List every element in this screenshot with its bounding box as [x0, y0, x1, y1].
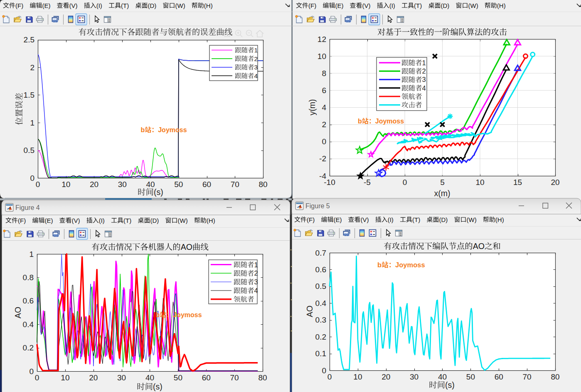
svg-text:Figure 5: Figure 5: [305, 202, 330, 210]
svg-text:40: 40: [438, 372, 447, 381]
svg-text:12: 12: [318, 35, 326, 44]
svg-text:6: 6: [322, 86, 326, 95]
svg-text:0: 0: [327, 372, 332, 381]
svg-text:2: 2: [422, 67, 426, 75]
svg-text:1: 1: [30, 118, 34, 127]
svg-text:b: b: [358, 118, 362, 125]
svg-text:70: 70: [231, 180, 239, 189]
svg-text:20: 20: [551, 178, 559, 187]
svg-text:4: 4: [254, 287, 258, 294]
svg-text:60: 60: [202, 373, 211, 382]
svg-text:0.5: 0.5: [315, 282, 326, 291]
svg-text:4: 4: [422, 84, 426, 92]
svg-text:0: 0: [29, 367, 34, 376]
svg-text:1: 1: [254, 261, 258, 269]
svg-text:50: 50: [466, 372, 475, 381]
svg-text:AO: AO: [473, 242, 485, 251]
svg-text:20: 20: [89, 373, 98, 382]
svg-text:AO: AO: [305, 306, 314, 317]
svg-text:70: 70: [230, 373, 239, 382]
svg-text:0.4: 0.4: [315, 299, 327, 308]
svg-text:3: 3: [254, 64, 258, 71]
svg-text:b: b: [140, 126, 145, 133]
svg-text:0: 0: [30, 174, 34, 182]
svg-text:y(m): y(m): [308, 99, 317, 116]
svg-text:Figure 4: Figure 4: [15, 204, 40, 211]
svg-text:10: 10: [62, 180, 70, 189]
svg-text:x(m): x(m): [434, 189, 451, 198]
svg-text:b: b: [155, 311, 160, 318]
svg-text:10: 10: [318, 52, 326, 61]
svg-text:50: 50: [174, 180, 183, 189]
svg-text:80: 80: [551, 372, 559, 381]
svg-text:1: 1: [29, 250, 34, 259]
svg-text:4: 4: [322, 103, 326, 112]
svg-text:80: 80: [258, 373, 267, 382]
svg-text:AO: AO: [13, 307, 22, 318]
svg-text:10: 10: [61, 373, 69, 382]
svg-text:0.1: 0.1: [315, 349, 326, 358]
svg-text:15: 15: [513, 178, 522, 187]
svg-text:-4: -4: [319, 172, 326, 180]
svg-text:-2: -2: [319, 154, 326, 163]
svg-text:Joymoss: Joymoss: [395, 261, 425, 269]
svg-text:4: 4: [254, 72, 258, 79]
svg-text:60: 60: [202, 180, 211, 189]
svg-text:2: 2: [30, 63, 34, 72]
svg-text:30: 30: [410, 372, 419, 381]
svg-text:0.6: 0.6: [315, 265, 326, 274]
svg-text:3: 3: [422, 76, 426, 83]
svg-text:0.5: 0.5: [24, 146, 34, 155]
svg-text:AO: AO: [181, 242, 192, 251]
svg-text:0.3: 0.3: [315, 316, 326, 324]
svg-text:1: 1: [422, 59, 426, 67]
svg-text:20: 20: [90, 180, 98, 189]
svg-text:8: 8: [322, 69, 326, 78]
svg-text:3: 3: [254, 278, 258, 286]
svg-text:30: 30: [118, 180, 127, 189]
svg-text:60: 60: [495, 372, 503, 381]
svg-text:-5: -5: [364, 178, 371, 187]
svg-text:Joymoss: Joymoss: [158, 126, 187, 133]
svg-text:0.8: 0.8: [23, 273, 34, 282]
svg-text:2.5: 2.5: [24, 35, 34, 44]
svg-text:10: 10: [475, 178, 484, 187]
svg-text:0.4: 0.4: [23, 320, 34, 329]
svg-text:0.6: 0.6: [23, 296, 34, 305]
svg-text:0.2: 0.2: [315, 333, 326, 341]
svg-text:0: 0: [35, 373, 39, 382]
svg-text:50: 50: [174, 373, 182, 382]
svg-text:20: 20: [382, 372, 390, 381]
svg-text:5: 5: [440, 178, 445, 187]
svg-text:0: 0: [322, 366, 326, 375]
svg-text:80: 80: [258, 180, 267, 189]
svg-text:(s): (s): [445, 380, 455, 390]
svg-text:0.2: 0.2: [23, 343, 34, 352]
svg-text:2: 2: [254, 269, 258, 277]
svg-text:0: 0: [36, 180, 40, 189]
svg-text:2: 2: [254, 55, 258, 62]
svg-text:0: 0: [322, 137, 326, 146]
svg-text:1.5: 1.5: [24, 91, 34, 99]
svg-text:1: 1: [254, 47, 258, 54]
svg-text:2: 2: [322, 120, 326, 129]
svg-text:Joymoss: Joymoss: [375, 118, 404, 125]
svg-text:b: b: [377, 261, 382, 269]
svg-text:70: 70: [523, 372, 532, 381]
svg-text:0.7: 0.7: [315, 249, 326, 257]
svg-text:(s): (s): [153, 382, 162, 391]
svg-text:0: 0: [403, 178, 407, 187]
svg-text:(s): (s): [154, 187, 163, 197]
svg-text:10: 10: [353, 372, 362, 381]
svg-text:30: 30: [117, 373, 126, 382]
svg-text:40: 40: [145, 373, 154, 382]
svg-text:Joymoss: Joymoss: [173, 311, 202, 318]
